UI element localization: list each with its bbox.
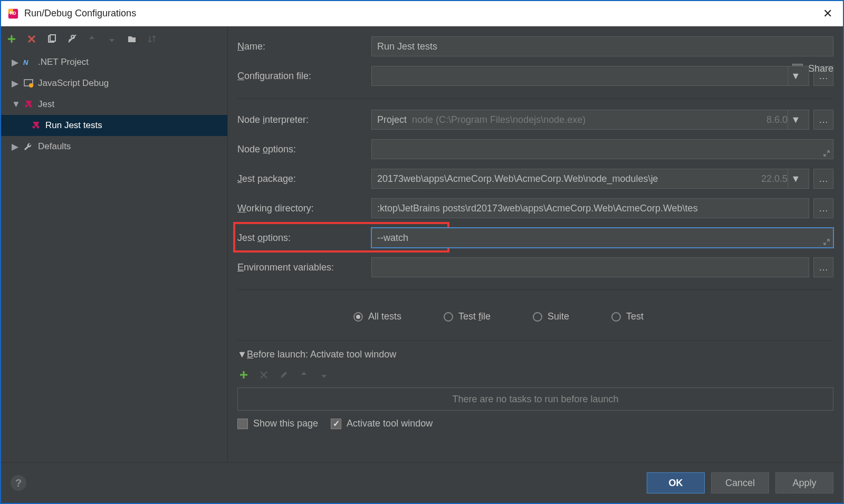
- browse-button[interactable]: …: [813, 257, 833, 277]
- sort-button: [146, 33, 158, 45]
- radio-suite[interactable]: Suite: [533, 311, 569, 322]
- dotnet-icon: N: [23, 57, 34, 67]
- config-file-input[interactable]: ▼: [371, 66, 809, 86]
- expand-icon[interactable]: [823, 239, 830, 245]
- browse-button[interactable]: …: [813, 198, 833, 218]
- remove-task-button: [257, 369, 270, 381]
- tree-item-defaults[interactable]: ▶ Defaults: [1, 136, 227, 157]
- tree-label: Run Jest tests: [45, 120, 102, 131]
- jest-options-input[interactable]: --watch: [371, 228, 833, 248]
- radio-test-file[interactable]: Test file: [444, 311, 491, 322]
- chevron-down-icon: ▼: [237, 349, 244, 360]
- add-config-button[interactable]: [5, 33, 18, 45]
- node-options-input[interactable]: [371, 139, 833, 159]
- help-button[interactable]: ?: [11, 475, 26, 491]
- tasks-empty-area: There are no tasks to run before launch: [237, 387, 833, 411]
- sidebar: ▶ N .NET Project ▶ JavaScript Debug ▼ Je…: [1, 26, 228, 503]
- dropdown-icon[interactable]: ▼: [788, 110, 803, 129]
- edit-task-button: [277, 369, 290, 381]
- radio-test[interactable]: Test: [611, 311, 644, 322]
- dropdown-icon[interactable]: ▼: [788, 66, 803, 85]
- tree-label: JavaScript Debug: [38, 78, 109, 89]
- svg-text:RD: RD: [10, 11, 16, 15]
- add-task-button[interactable]: [237, 369, 250, 381]
- jest-icon: [31, 120, 41, 131]
- move-down-button: [106, 33, 118, 45]
- chevron-right-icon: ▶: [12, 78, 19, 89]
- jest-package-label: Jest package:: [237, 173, 367, 185]
- remove-config-button[interactable]: [25, 33, 38, 45]
- jest-options-label: Jest options:: [237, 232, 367, 244]
- svg-point-7: [29, 83, 33, 88]
- copy-config-button[interactable]: [45, 33, 58, 45]
- show-page-checkbox[interactable]: Show this page: [237, 418, 318, 429]
- checkbox-row: Show this page Activate tool window: [237, 418, 833, 429]
- environment-input[interactable]: [371, 257, 809, 277]
- browse-button[interactable]: …: [813, 169, 833, 189]
- name-label: Name:: [237, 41, 367, 52]
- before-launch-header[interactable]: ▼ Before launch: Activate tool window: [237, 349, 833, 360]
- app-logo-icon: RD: [7, 8, 19, 20]
- tree-item-run-jest-tests[interactable]: Run Jest tests: [1, 115, 227, 136]
- svg-point-8: [25, 105, 28, 108]
- environment-label: Environment variables:: [237, 262, 367, 273]
- dropdown-icon[interactable]: ▼: [788, 169, 803, 188]
- svg-point-11: [37, 126, 40, 129]
- browse-button[interactable]: …: [813, 110, 833, 130]
- expand-icon[interactable]: [823, 150, 830, 157]
- move-up-button: [85, 33, 98, 45]
- settings-button[interactable]: [65, 33, 78, 45]
- close-button[interactable]: ✕: [819, 5, 837, 23]
- jsdebug-icon: [23, 78, 34, 89]
- ok-button[interactable]: OK: [647, 472, 705, 493]
- tree-label: Jest: [38, 99, 54, 110]
- svg-rect-4: [50, 35, 55, 41]
- jest-icon: [23, 99, 34, 110]
- wrench-icon: [23, 141, 34, 152]
- tree-item-jest[interactable]: ▼ Jest: [1, 94, 227, 115]
- svg-point-10: [33, 126, 35, 129]
- chevron-down-icon: ▼: [12, 99, 19, 110]
- before-launch-toolbar: [237, 365, 833, 384]
- node-interpreter-input[interactable]: Project node (C:\Program Files\nodejs\no…: [371, 110, 809, 130]
- folder-button[interactable]: [126, 33, 138, 45]
- apply-button[interactable]: Apply: [775, 472, 833, 493]
- chevron-right-icon: ▶: [12, 57, 19, 68]
- cancel-button[interactable]: Cancel: [711, 472, 769, 493]
- form-panel: Share Name: Run Jest tests Configuration…: [228, 26, 843, 503]
- scope-radio-group: All tests Test file Suite Test: [353, 311, 833, 322]
- config-file-label: Configuration file:: [237, 71, 367, 82]
- node-interpreter-label: Node interpreter:: [237, 114, 367, 125]
- node-options-label: Node options:: [237, 144, 367, 155]
- config-tree: ▶ N .NET Project ▶ JavaScript Debug ▼ Je…: [1, 52, 227, 503]
- name-input[interactable]: Run Jest tests: [371, 36, 833, 56]
- radio-all-tests[interactable]: All tests: [353, 311, 401, 322]
- jest-package-input[interactable]: 20173web\apps\AcmeCorp.Web\AcmeCorp.Web\…: [371, 169, 809, 189]
- share-label: Share: [808, 63, 833, 74]
- chevron-right-icon: ▶: [12, 141, 19, 152]
- tree-label: Defaults: [38, 141, 71, 152]
- activate-tool-window-checkbox[interactable]: Activate tool window: [331, 418, 433, 429]
- working-directory-input[interactable]: :ktop\JetBrains posts\rd20173web\apps\Ac…: [371, 198, 809, 218]
- dialog-button-bar: ? OK Cancel Apply: [1, 462, 843, 503]
- tree-label: .NET Project: [38, 57, 89, 67]
- task-up-button: [298, 369, 310, 381]
- sidebar-toolbar: [1, 26, 227, 52]
- tree-item-dotnet[interactable]: ▶ N .NET Project: [1, 52, 227, 73]
- working-directory-label: Working directory:: [237, 203, 367, 214]
- tree-item-jsdebug[interactable]: ▶ JavaScript Debug: [1, 73, 227, 94]
- task-down-button: [318, 369, 330, 381]
- svg-text:N: N: [23, 59, 28, 66]
- svg-point-9: [30, 105, 32, 108]
- window-title: Run/Debug Configurations: [24, 8, 819, 19]
- titlebar: RD Run/Debug Configurations ✕: [1, 1, 843, 26]
